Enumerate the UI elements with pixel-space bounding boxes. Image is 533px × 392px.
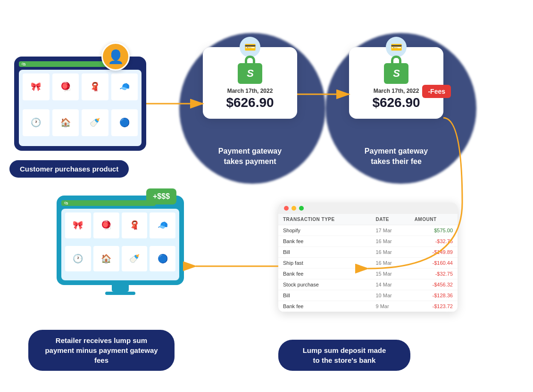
retailer-product-grid: 🎀 🪀 🧣 🧢 🕐 🏠 🍼 🔵 — [61, 209, 179, 280]
cell-amount: -$32.75 — [410, 269, 458, 279]
cell-type: Bill — [278, 247, 371, 258]
cell-type: Bank fee — [278, 301, 371, 312]
lump-sum-label: Lump sum deposit madeto the store's bank — [278, 340, 410, 371]
window-titlebar — [278, 203, 458, 214]
retailer-label: Retailer receives lump sum payment minus… — [28, 330, 175, 371]
card-amount-2: $626.90 — [359, 95, 433, 110]
cell-date: 14 Mar — [371, 279, 409, 290]
cell-amount: $575.00 — [410, 225, 458, 236]
cell-amount: -$456.32 — [410, 279, 458, 290]
product-item: 🍼 — [82, 109, 108, 136]
product-item: 🎀 — [65, 212, 91, 238]
cell-type: Bill — [278, 290, 371, 301]
cell-amount: -$160.44 — [410, 258, 458, 269]
retailer-monitor-bar: 🛍 — [61, 200, 156, 206]
card-date-1: March 17th, 2022 — [213, 88, 287, 94]
cell-type: Stock purchase — [278, 279, 371, 290]
table-row: Stock purchase14 Mar-$456.32 — [278, 279, 458, 290]
product-item: 🧢 — [150, 212, 175, 238]
customer-monitor: 🛍 🎀 🪀 🧣 🧢 🕐 🏠 🍼 🔵 — [14, 57, 146, 151]
payment-card-2: 💳 S March 17th, 2022 $626.90 -Fees — [349, 47, 443, 119]
product-item: 🏠 — [93, 246, 119, 272]
monitor-base — [105, 292, 135, 295]
cell-date: 16 Mar — [371, 247, 409, 258]
person-icon: 👤 — [108, 49, 124, 65]
table-row: Bank fee9 Mar-$123.72 — [278, 301, 458, 312]
cell-date: 17 Mar — [371, 225, 409, 236]
card-icon-1: 💳 — [240, 37, 260, 57]
cell-amount: -$128.36 — [410, 290, 458, 301]
cell-amount: -$32.75 — [410, 236, 458, 247]
product-item: 🪀 — [52, 74, 79, 100]
card-amount-1: $626.90 — [213, 95, 287, 110]
product-item: 🧣 — [122, 212, 148, 238]
cell-type: Ship fast — [278, 258, 371, 269]
transaction-window: Transaction Type Date Amount Shopify17 M… — [278, 203, 458, 312]
caption-payment-takes-fee: Payment gatewaytakes their fee — [349, 146, 443, 166]
customer-product-grid: 🎀 🪀 🧣 🧢 🕐 🏠 🍼 🔵 — [19, 70, 142, 146]
customer-avatar: 👤 — [101, 42, 130, 71]
bag-body-2: S — [384, 63, 408, 84]
cell-date: 9 Mar — [371, 301, 409, 312]
minimize-dot — [291, 206, 296, 211]
shopify-bag-1: S — [238, 56, 262, 84]
table-row: Bank fee15 Mar-$32.75 — [278, 269, 458, 279]
product-item: 🔵 — [150, 246, 175, 272]
card-icon-2: 💳 — [386, 37, 407, 57]
fees-badge: -Fees — [422, 85, 451, 98]
table-row: Bill10 Mar-$128.36 — [278, 290, 458, 301]
cell-date: 16 Mar — [371, 258, 409, 269]
col-header-amount: Amount — [410, 214, 458, 225]
transaction-table: Transaction Type Date Amount Shopify17 M… — [278, 214, 458, 312]
close-dot — [284, 206, 289, 211]
table-row: Bill16 Mar-$149.89 — [278, 247, 458, 258]
cell-amount: -$123.72 — [410, 301, 458, 312]
table-row: Ship fast16 Mar-$160.44 — [278, 258, 458, 269]
col-header-type: Transaction Type — [278, 214, 371, 225]
monitor-stand — [112, 285, 129, 292]
retailer-section: 🛍 🎀 🪀 🧣 🧢 🕐 🏠 🍼 🔵 — [57, 196, 184, 295]
maximize-dot — [299, 206, 304, 211]
cell-date: 10 Mar — [371, 290, 409, 301]
table-row: Bank fee16 Mar-$32.75 — [278, 236, 458, 247]
cell-date: 16 Mar — [371, 236, 409, 247]
cell-type: Shopify — [278, 225, 371, 236]
product-item: 🔵 — [111, 109, 138, 136]
product-item: 🎀 — [23, 74, 50, 100]
retailer-monitor: 🛍 🎀 🪀 🧣 🧢 🕐 🏠 🍼 🔵 — [57, 196, 184, 285]
bag-body: S — [238, 63, 262, 84]
product-item: 🕐 — [65, 246, 91, 272]
col-header-date: Date — [371, 214, 409, 225]
payment-card-1: 💳 S March 17th, 2022 $626.90 — [203, 47, 297, 119]
product-item: 🧣 — [82, 74, 108, 100]
product-item: 🍼 — [122, 246, 148, 272]
product-item: 🧢 — [111, 74, 138, 100]
product-item: 🏠 — [52, 109, 79, 136]
product-item: 🕐 — [23, 109, 50, 136]
product-item: 🪀 — [93, 212, 119, 238]
table-row: Shopify17 Mar$575.00 — [278, 225, 458, 236]
customer-label: Customer purchases product — [9, 160, 129, 178]
cell-amount: -$149.89 — [410, 247, 458, 258]
money-badge: +$$$ — [146, 188, 176, 204]
caption-payment-takes-payment: Payment gatewaytakes payment — [203, 146, 297, 166]
diagram-container: { "title": "Payment Flow Diagram", "cust… — [0, 0, 533, 392]
cell-type: Bank fee — [278, 236, 371, 247]
cell-type: Bank fee — [278, 269, 371, 279]
cell-date: 15 Mar — [371, 269, 409, 279]
shopify-bag-2: S — [384, 56, 408, 84]
